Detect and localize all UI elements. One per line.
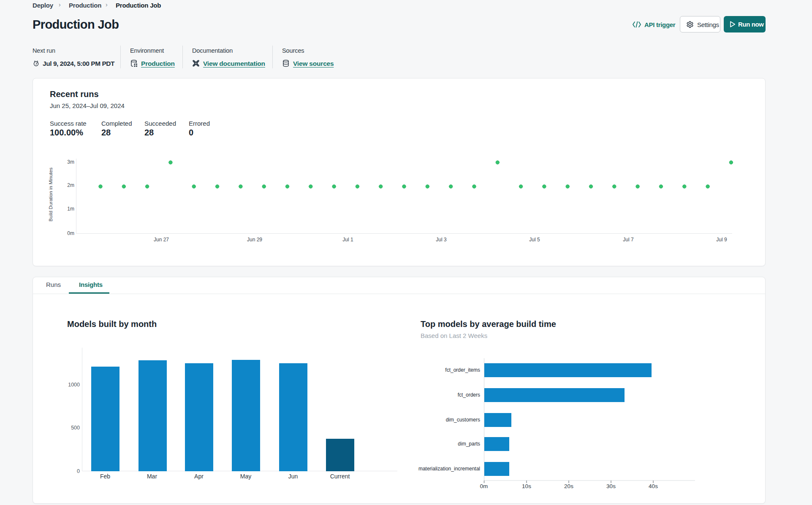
- svg-text:Jul 3: Jul 3: [436, 237, 447, 243]
- svg-text:Build Duration in Minutes: Build Duration in Minutes: [48, 167, 53, 221]
- svg-text:Jul 7: Jul 7: [623, 237, 634, 243]
- svg-text:Jun: Jun: [288, 473, 298, 480]
- svg-text:Feb: Feb: [100, 473, 110, 480]
- svg-text:Jul 9: Jul 9: [716, 237, 727, 243]
- svg-text:Jul 5: Jul 5: [529, 237, 540, 243]
- svg-text:Jun 27: Jun 27: [154, 237, 169, 243]
- svg-text:Jun 29: Jun 29: [247, 237, 262, 243]
- svg-text:3m: 3m: [67, 159, 74, 165]
- svg-text:30s: 30s: [606, 483, 616, 489]
- svg-text:Mar: Mar: [147, 473, 157, 480]
- svg-text:40s: 40s: [649, 483, 658, 489]
- svg-text:500: 500: [71, 425, 80, 431]
- svg-text:20s: 20s: [564, 483, 573, 489]
- svg-text:dim_parts: dim_parts: [458, 441, 480, 447]
- svg-text:materialization_incremental: materialization_incremental: [418, 466, 480, 472]
- svg-text:2m: 2m: [67, 182, 74, 188]
- svg-text:0: 0: [77, 468, 80, 474]
- svg-text:Apr: Apr: [194, 473, 204, 480]
- svg-text:fct_orders: fct_orders: [458, 392, 480, 398]
- svg-text:0m: 0m: [67, 230, 74, 236]
- svg-text:May: May: [240, 473, 251, 480]
- svg-text:Current: Current: [330, 473, 350, 480]
- svg-text:1m: 1m: [67, 206, 74, 212]
- svg-text:fct_order_items: fct_order_items: [445, 367, 480, 373]
- svg-text:0m: 0m: [480, 483, 488, 489]
- svg-text:1000: 1000: [68, 382, 80, 388]
- svg-text:10s: 10s: [522, 483, 531, 489]
- svg-text:Jul 1: Jul 1: [342, 237, 353, 243]
- svg-text:dim_customers: dim_customers: [446, 417, 480, 423]
